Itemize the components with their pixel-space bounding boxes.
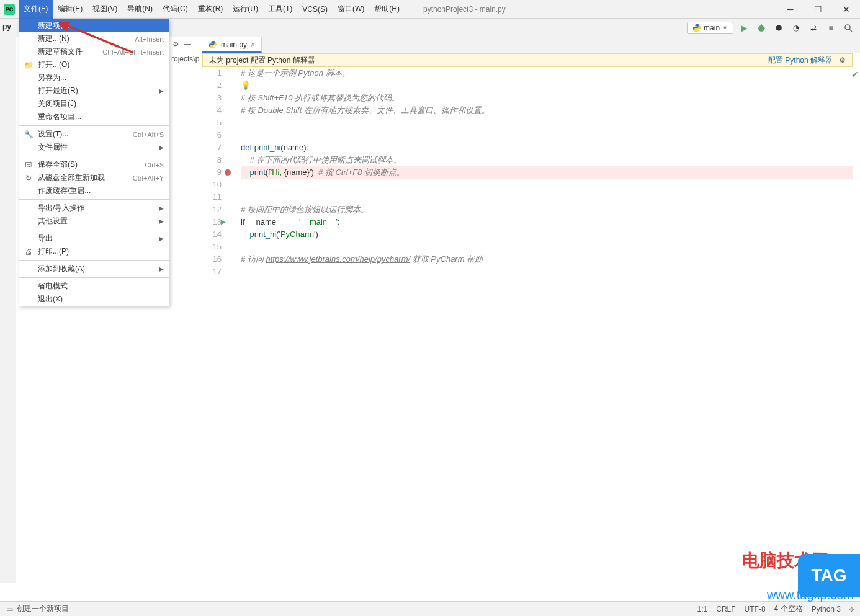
submenu-arrow-icon: ▶ — [159, 87, 164, 94]
file-menu-item[interactable]: 另存为... — [19, 71, 169, 84]
menu-工具t[interactable]: 工具(T) — [263, 0, 297, 19]
file-menu-item[interactable]: 📁打开...(O) — [19, 58, 169, 71]
svg-point-4 — [845, 25, 850, 30]
code-line[interactable]: print(f'Hi, {name}') # 按 Ctrl+F8 切换断点。 — [241, 166, 853, 179]
file-menu-item[interactable]: 🖫保存全部(S)Ctrl+S — [19, 158, 169, 171]
file-menu-item[interactable]: 打开最近(R)▶ — [19, 84, 169, 97]
code-line[interactable]: def print_hi(name): — [241, 141, 853, 154]
debug-button[interactable] — [755, 21, 768, 35]
lightbulb-icon[interactable]: 💡 — [241, 81, 251, 90]
code-line[interactable] — [241, 179, 853, 191]
menu-运行u[interactable]: 运行(U) — [228, 0, 263, 19]
status-widget[interactable]: ⎆ — [849, 605, 854, 614]
editor-tabs: main.py × — [202, 37, 860, 53]
file-menu-item[interactable]: 其他设置▶ — [19, 215, 169, 228]
file-menu-item[interactable]: 退出(X) — [19, 293, 169, 306]
statusbar-hint: 创建一个新项目 — [17, 604, 69, 614]
menu-窗口w[interactable]: 窗口(W) — [333, 0, 369, 19]
file-menu-item[interactable]: 新建项目... — [19, 19, 169, 32]
file-menu-item[interactable]: 新建...(N)Alt+Insert — [19, 32, 169, 45]
menu-separator — [19, 260, 169, 261]
tab-close-icon[interactable]: × — [251, 40, 255, 49]
run-button[interactable]: ▶ — [737, 21, 751, 35]
status-widget[interactable]: 4 个空格 — [774, 604, 803, 614]
menu-代码c[interactable]: 代码(C) — [158, 0, 193, 19]
editor-tab-main[interactable]: main.py × — [202, 37, 262, 53]
menu-编辑e[interactable]: 编辑(E) — [53, 0, 87, 19]
menu-帮助h[interactable]: 帮助(H) — [369, 0, 405, 19]
menu-item-label: 保存全部(S) — [38, 159, 78, 170]
code-line[interactable] — [241, 129, 853, 141]
status-widget[interactable]: 1:1 — [697, 605, 708, 614]
submenu-arrow-icon: ▶ — [159, 205, 164, 212]
menu-视图v[interactable]: 视图(V) — [87, 0, 122, 19]
close-button[interactable]: ✕ — [832, 0, 860, 19]
code-line[interactable]: # 访问 https://www.jetbrains.com/help/pych… — [241, 253, 853, 266]
project-tool-label[interactable]: py — [2, 22, 11, 31]
run-config-selector[interactable]: main ▼ — [687, 22, 733, 34]
warning-settings-icon[interactable]: ⚙ — [839, 56, 846, 65]
file-menu-item[interactable]: 新建草稿文件Ctrl+Alt+Shift+Insert — [19, 45, 169, 58]
statusbar-icon[interactable]: ▭ — [6, 605, 13, 614]
code-line[interactable]: # 这是一个示例 Python 脚本。 — [241, 67, 853, 79]
file-menu-item[interactable]: 重命名项目... — [19, 110, 169, 123]
code-line[interactable]: if __name__ == '__main__': — [241, 216, 853, 228]
code-line[interactable]: print_hi('PyCharm') — [241, 228, 853, 241]
reload-icon: ↻ — [24, 174, 33, 182]
code-area[interactable]: # 这是一个示例 Python 脚本。💡# 按 Shift+F10 执行或将其替… — [233, 67, 853, 585]
menu-导航n[interactable]: 导航(N) — [122, 0, 158, 19]
code-line[interactable]: # 按间距中的绿色按钮以运行脚本。 — [241, 203, 853, 216]
breadcrumb-path[interactable]: rojects\p — [171, 55, 199, 63]
code-line[interactable] — [241, 191, 853, 203]
coverage-button[interactable]: ⬢ — [772, 21, 786, 35]
editor-gutter[interactable]: 12345678910111213▶14151617 — [202, 67, 233, 585]
code-line[interactable] — [241, 117, 853, 129]
file-menu-item[interactable]: ↻从磁盘全部重新加载Ctrl+Alt+Y — [19, 171, 169, 184]
code-line[interactable]: 💡 — [241, 79, 853, 92]
bug-icon — [756, 23, 766, 33]
menu-item-label: 关闭项目(J) — [38, 99, 76, 109]
menu-item-label: 新建项目... — [38, 20, 74, 31]
minimize-button[interactable]: ─ — [776, 0, 804, 19]
file-menu-item[interactable]: 🔧设置(T)...Ctrl+Alt+S — [19, 128, 169, 141]
maximize-button[interactable]: ☐ — [804, 0, 832, 19]
file-menu-item[interactable]: 文件属性▶ — [19, 141, 169, 154]
file-menu-item[interactable]: 导出/导入操作▶ — [19, 202, 169, 215]
tab-filename: main.py — [221, 40, 247, 49]
code-line[interactable]: # 在下面的代码行中使用断点来调试脚本。 — [241, 154, 853, 166]
menu-重构r[interactable]: 重构(R) — [193, 0, 228, 19]
status-widget[interactable]: UTF-8 — [745, 605, 766, 614]
menu-shortcut: Ctrl+Alt+Shift+Insert — [102, 48, 164, 56]
code-line[interactable]: # 按 Double Shift 在所有地方搜索类、文件、工具窗口、操作和设置。 — [241, 104, 853, 117]
status-widget[interactable]: CRLF — [716, 605, 735, 614]
configure-interpreter-link[interactable]: 配置 Python 解释器 — [768, 55, 833, 66]
inspection-check-icon[interactable]: ✔ — [851, 69, 859, 79]
file-menu-item[interactable]: 作废缓存/重启... — [19, 184, 169, 197]
attach-button[interactable]: ⇄ — [807, 21, 820, 35]
menu-item-label: 从磁盘全部重新加载 — [38, 172, 105, 183]
settings-icon[interactable]: ⚙ — [172, 40, 179, 48]
menu-item-label: 添加到收藏(A) — [38, 264, 85, 274]
code-line[interactable] — [241, 266, 853, 278]
menu-shortcut: Ctrl+Alt+S — [133, 131, 164, 138]
file-menu-item[interactable]: 添加到收藏(A)▶ — [19, 262, 169, 275]
menu-item-label: 文件属性 — [38, 142, 68, 153]
statusbar-right: 1:1CRLFUTF-84 个空格Python 3⎆ — [697, 604, 854, 614]
code-line[interactable]: # 按 Shift+F10 执行或将其替换为您的代码。 — [241, 92, 853, 104]
file-menu-item[interactable]: 关闭项目(J) — [19, 97, 169, 110]
menu-文件f[interactable]: 文件(F) — [19, 0, 53, 19]
menu-vcss[interactable]: VCS(S) — [297, 0, 333, 19]
stop-button[interactable]: ■ — [824, 21, 838, 35]
profile-button[interactable]: ◔ — [789, 21, 803, 35]
file-menu-item[interactable]: 省电模式 — [19, 280, 169, 293]
left-sidebar — [0, 37, 16, 583]
status-widget[interactable]: Python 3 — [812, 605, 841, 614]
submenu-arrow-icon: ▶ — [159, 235, 164, 242]
run-gutter-icon[interactable]: ▶ — [221, 216, 226, 228]
code-editor[interactable]: 12345678910111213▶14151617 # 这是一个示例 Pyth… — [202, 67, 853, 585]
file-menu-item[interactable]: 🖨打印...(P) — [19, 245, 169, 258]
search-button[interactable] — [841, 21, 855, 35]
breakpoint-icon[interactable] — [225, 169, 231, 176]
code-line[interactable] — [241, 241, 853, 253]
file-menu-item[interactable]: 导出▶ — [19, 232, 169, 245]
